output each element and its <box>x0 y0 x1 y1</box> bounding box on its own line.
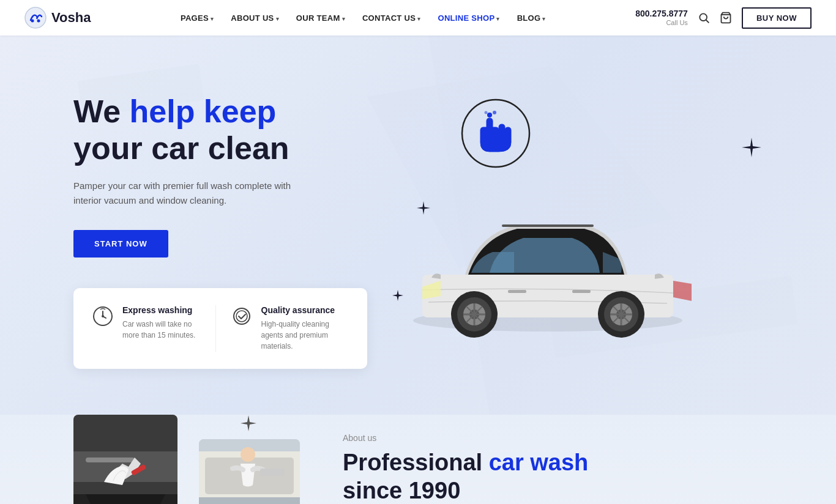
about-image-1 <box>73 415 177 504</box>
hero-right <box>379 78 787 384</box>
hero-section: We help keep your car clean Pamper your … <box>0 35 836 415</box>
about-title: Professional car wash since 1990 <box>343 449 787 504</box>
feature-quality-title: Quality assurance <box>261 305 349 315</box>
badge-icon <box>231 305 253 327</box>
svg-rect-39 <box>86 458 135 462</box>
svg-point-3 <box>700 13 707 21</box>
feature-quality-desc: High-quality cleaning agents and premium… <box>261 319 349 352</box>
feature-cards: Express washing Car wash will take no mo… <box>73 288 367 369</box>
svg-point-13 <box>487 113 492 117</box>
feature-quality: Quality assurance High-quality cleaning … <box>215 305 349 352</box>
cart-icon <box>720 12 732 24</box>
search-button[interactable] <box>698 12 710 24</box>
svg-rect-35 <box>572 290 591 293</box>
nav-item-pages[interactable]: PAGES▾ <box>181 12 214 23</box>
wash-hand-icon <box>459 97 532 170</box>
feature-express-desc: Car wash will take no more than 15 minut… <box>122 319 211 341</box>
search-icon <box>698 12 710 24</box>
nav-item-about[interactable]: ABOUT US▾ <box>231 12 279 23</box>
nav-links: PAGES▾ ABOUT US▾ OUR TEAM▾ CONTACT US▾ O… <box>181 12 546 23</box>
logo-icon <box>24 7 47 29</box>
about-images <box>73 415 306 504</box>
hero-content: We help keep your car clean Pamper your … <box>73 94 379 369</box>
svg-point-14 <box>493 111 496 114</box>
navbar-right: 800.275.8777 Call Us BUY NOW <box>635 7 812 29</box>
feature-express: Express washing Car wash will take no mo… <box>92 305 211 352</box>
about-tag: About us <box>343 433 787 443</box>
svg-point-45 <box>241 447 255 462</box>
phone-label: Call Us <box>635 19 688 27</box>
svg-rect-36 <box>502 224 594 227</box>
svg-point-15 <box>485 111 488 114</box>
nav-item-team[interactable]: OUR TEAM▾ <box>296 12 345 23</box>
clock-icon <box>92 305 114 327</box>
sparkle-top-right <box>741 136 763 163</box>
phone-block: 800.275.8777 Call Us <box>635 9 688 27</box>
about-content: About us Professional car wash since 199… <box>343 415 787 504</box>
about-section: About us Professional car wash since 199… <box>0 415 836 504</box>
hero-subtitle: Pamper your car with premier full wash c… <box>73 179 306 208</box>
start-now-button[interactable]: START NOW <box>73 230 168 258</box>
wash-icon-container <box>459 97 532 172</box>
nav-item-blog[interactable]: BLOG▾ <box>517 12 546 23</box>
svg-point-1 <box>31 20 34 23</box>
svg-rect-34 <box>508 290 526 293</box>
cart-button[interactable] <box>720 12 732 24</box>
svg-point-9 <box>102 315 104 317</box>
car-svg <box>392 168 704 351</box>
brand-logo[interactable]: Vosha <box>24 7 91 29</box>
hero-title: We help keep your car clean <box>73 94 379 167</box>
about-image-2 <box>199 439 300 504</box>
svg-rect-47 <box>199 497 300 504</box>
svg-point-2 <box>37 20 40 23</box>
svg-rect-46 <box>260 469 285 476</box>
about-sparkle <box>240 415 257 436</box>
nav-item-shop[interactable]: ONLINE SHOP▾ <box>438 12 499 23</box>
navbar: Vosha PAGES▾ ABOUT US▾ OUR TEAM▾ CONTACT… <box>0 0 836 35</box>
buy-now-button[interactable]: BUY NOW <box>742 7 812 29</box>
phone-number: 800.275.8777 <box>635 9 688 19</box>
car-image <box>392 168 787 354</box>
svg-line-4 <box>706 20 709 23</box>
nav-item-contact[interactable]: CONTACT US▾ <box>362 12 421 23</box>
feature-express-title: Express washing <box>122 305 211 315</box>
svg-point-11 <box>236 311 247 322</box>
svg-point-0 <box>25 7 46 28</box>
